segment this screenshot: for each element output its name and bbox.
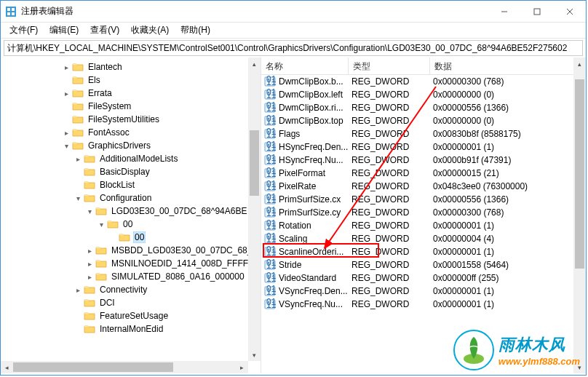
tree-item[interactable]: Els xyxy=(1,74,261,87)
value-list-pane[interactable]: 名称 类型 数据 011110DwmClipBox.b...REG_DWORD0… xyxy=(261,57,586,373)
value-data: 0x00000000 (0) xyxy=(433,116,586,126)
dword-value-icon: 011110 xyxy=(264,246,276,258)
folder-icon xyxy=(84,324,95,334)
col-name[interactable]: 名称 xyxy=(261,57,349,74)
value-row[interactable]: 011110DwmClipBox.topREG_DWORD0x00000000 … xyxy=(261,114,586,127)
scroll-thumb[interactable] xyxy=(575,79,584,269)
expand-icon[interactable] xyxy=(74,298,82,307)
tree-scrollbar-v[interactable]: ▴ ▾ xyxy=(248,57,261,361)
value-row[interactable]: 011110HSyncFreq.Den...REG_DWORD0x0000000… xyxy=(261,140,586,154)
tree-item[interactable]: ▸Errata xyxy=(1,87,261,100)
expand-icon[interactable]: ▸ xyxy=(62,89,71,98)
titlebar[interactable]: 注册表编辑器 xyxy=(1,1,586,23)
tree-item[interactable]: FileSystemUtilities xyxy=(1,113,261,126)
menu-favorites[interactable]: 收藏夹(A) xyxy=(125,23,175,38)
col-data[interactable]: 数据 xyxy=(430,57,586,74)
tree-item[interactable]: ▾Configuration xyxy=(1,191,261,205)
minimize-button[interactable] xyxy=(488,1,520,22)
menu-edit[interactable]: 编辑(E) xyxy=(44,23,84,38)
value-row[interactable]: 011110VideoStandardREG_DWORD0x000000ff (… xyxy=(261,271,586,285)
value-row[interactable]: 011110VSyncFreq.Nu...REG_DWORD0x00000001… xyxy=(261,298,586,311)
expand-icon[interactable]: ▸ xyxy=(85,272,94,281)
tree-item[interactable]: DCI xyxy=(1,296,261,309)
value-row[interactable]: 011110PixelFormatREG_DWORD0x00000015 (21… xyxy=(261,167,586,180)
tree-item[interactable]: ▸MSBDD_LGD03E30_00_07DC_68_ xyxy=(1,244,261,257)
scroll-thumb[interactable] xyxy=(250,130,259,196)
scroll-down-icon[interactable]: ▾ xyxy=(573,361,586,373)
scroll-thumb[interactable] xyxy=(13,362,173,372)
expand-icon[interactable] xyxy=(74,167,82,176)
value-row[interactable]: 011110ScanlineOrderi...REG_DWORD0x000000… xyxy=(261,245,586,258)
expand-icon[interactable]: ▸ xyxy=(74,285,82,294)
tree-item[interactable]: BasicDisplay xyxy=(1,165,261,178)
expand-icon[interactable] xyxy=(74,325,82,333)
tree-item[interactable]: ▸AdditionalModeLists xyxy=(1,152,261,165)
value-name: DwmClipBox.b... xyxy=(279,76,351,87)
tree-item[interactable]: FeatureSetUsage xyxy=(1,309,261,322)
expand-icon[interactable] xyxy=(108,233,117,242)
value-row[interactable]: 011110FlagsREG_DWORD0x00830b8f (8588175) xyxy=(261,127,586,140)
value-row[interactable]: 011110DwmClipBox.leftREG_DWORD0x00000000… xyxy=(261,88,586,101)
expand-icon[interactable]: ▸ xyxy=(62,128,71,137)
tree-item[interactable]: InternalMonEdid xyxy=(1,322,261,336)
tree-item[interactable]: FileSystem xyxy=(1,100,261,113)
expand-icon[interactable]: ▸ xyxy=(85,259,94,268)
tree-item[interactable]: ▸Connectivity xyxy=(1,283,261,296)
expand-icon[interactable]: ▾ xyxy=(85,207,94,215)
tree-item[interactable]: ▸Elantech xyxy=(1,60,261,74)
tree-item[interactable]: ▸SIMULATED_8086_0A16_000000 xyxy=(1,270,261,283)
close-button[interactable] xyxy=(553,1,586,22)
menu-help[interactable]: 帮助(H) xyxy=(175,23,216,38)
value-name: HSyncFreq.Den... xyxy=(279,142,351,152)
value-row[interactable]: 011110DwmClipBox.ri...REG_DWORD0x0000055… xyxy=(261,101,586,114)
tree-item[interactable]: ▾00 xyxy=(1,218,261,231)
value-row[interactable]: 011110PixelRateREG_DWORD0x048c3ee0 (7630… xyxy=(261,180,586,193)
value-row[interactable]: 011110StrideREG_DWORD0x00001558 (5464) xyxy=(261,258,586,271)
tree-item[interactable]: ▾LGD03E30_00_07DC_68^94A6BE xyxy=(1,205,261,218)
expand-icon[interactable] xyxy=(62,102,71,111)
expand-icon[interactable] xyxy=(62,115,71,124)
tree-item[interactable]: ▾GraphicsDrivers xyxy=(1,139,261,152)
value-name: DwmClipBox.left xyxy=(279,90,351,100)
expand-icon[interactable]: ▾ xyxy=(62,141,71,150)
list-scrollbar-v[interactable]: ▴ ▾ xyxy=(573,57,586,373)
tree-item[interactable]: 00 xyxy=(1,231,261,244)
menu-file[interactable]: 文件(F) xyxy=(4,23,44,38)
expand-icon[interactable] xyxy=(74,180,82,189)
value-data: 0x000000ff (255) xyxy=(433,273,586,283)
expand-icon[interactable]: ▾ xyxy=(74,194,82,202)
maximize-button[interactable] xyxy=(520,1,553,22)
tree-pane[interactable]: ▸ElantechEls▸ErrataFileSystemFileSystemU… xyxy=(1,57,261,373)
value-row[interactable]: 011110HSyncFreq.Nu...REG_DWORD0x0000b91f… xyxy=(261,154,586,167)
menu-view[interactable]: 查看(V) xyxy=(84,23,125,38)
value-name: Rotation xyxy=(279,221,351,231)
value-row[interactable]: 011110VSyncFreq.Den...REG_DWORD0x0000000… xyxy=(261,285,586,298)
value-row[interactable]: 011110RotationREG_DWORD0x00000001 (1) xyxy=(261,219,586,232)
expand-icon[interactable]: ▾ xyxy=(97,220,106,229)
svg-text:110: 110 xyxy=(266,261,276,271)
expand-icon[interactable] xyxy=(62,76,71,84)
value-name: HSyncFreq.Nu... xyxy=(279,155,351,165)
value-name: VideoStandard xyxy=(279,273,351,283)
scroll-left-icon[interactable]: ◂ xyxy=(1,361,13,373)
value-row[interactable]: 011110DwmClipBox.b...REG_DWORD0x00000300… xyxy=(261,75,586,88)
col-type[interactable]: 类型 xyxy=(349,57,430,74)
expand-icon[interactable]: ▸ xyxy=(62,63,71,71)
value-row[interactable]: 011110PrimSurfSize.cyREG_DWORD0x00000300… xyxy=(261,206,586,219)
expand-icon[interactable]: ▸ xyxy=(74,154,82,163)
tree-item[interactable]: ▸FontAssoc xyxy=(1,126,261,139)
tree-scrollbar-h[interactable]: ◂ ▸ xyxy=(1,361,248,373)
value-row[interactable]: 011110PrimSurfSize.cxREG_DWORD0x00000556… xyxy=(261,193,586,206)
scroll-up-icon[interactable]: ▴ xyxy=(573,57,586,70)
scroll-up-icon[interactable]: ▴ xyxy=(248,57,261,70)
value-type: REG_DWORD xyxy=(351,286,433,296)
scroll-down-icon[interactable]: ▾ xyxy=(248,349,261,361)
tree-item[interactable]: BlockList xyxy=(1,178,261,191)
address-bar[interactable]: 计算机\HKEY_LOCAL_MACHINE\SYSTEM\ControlSet… xyxy=(4,40,583,56)
value-row[interactable]: 011110ScalingREG_DWORD0x00000004 (4) xyxy=(261,232,586,245)
scroll-right-icon[interactable]: ▸ xyxy=(236,361,248,373)
value-data: 0x00000300 (768) xyxy=(433,207,586,218)
expand-icon[interactable] xyxy=(74,311,82,320)
expand-icon[interactable]: ▸ xyxy=(85,246,94,255)
tree-item[interactable]: ▸MSNILNOEDID_1414_008D_FFFF xyxy=(1,257,261,270)
